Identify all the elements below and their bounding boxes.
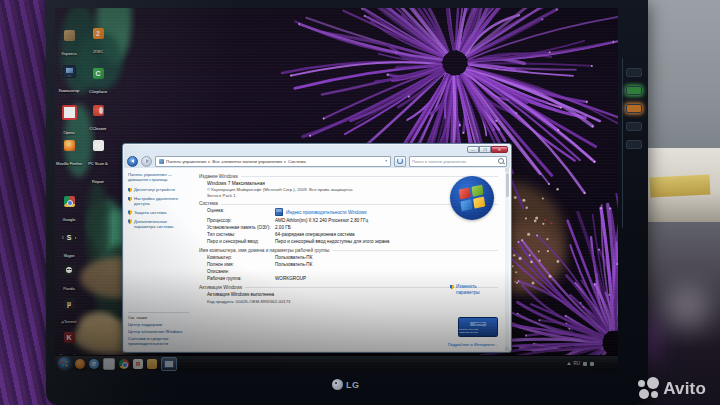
minimize-button[interactable]: — [467,146,479,153]
search-icon [498,158,504,164]
full-name-row: Полное имя:Пользователь-ПК [207,262,498,268]
osd-menu-button [626,68,642,77]
osd-button-green-led [626,86,642,95]
system-tray: RU [567,359,616,369]
os-type-row: Тип системы:64-разрядная операционная си… [207,232,498,238]
breadcrumb-item-system[interactable]: Система [288,159,306,164]
maximize-button[interactable]: ❐ [479,146,491,153]
control-panel-icon [159,159,164,164]
ram-row: Установленная память (ОЗУ):2,00 ГБ [207,225,498,231]
pen-touch-row: Перо и сенсорный ввод:Перо и сенсорный в… [207,239,498,245]
search-input[interactable]: Поиск в панели управления [409,156,507,167]
osd-power-button [626,140,642,149]
tray-icon[interactable] [590,362,594,366]
opera-icon: O [62,105,77,120]
taskbar-document-icon[interactable] [103,358,115,370]
utorrent-icon: µ [64,298,75,309]
uac-shield-icon [128,219,132,224]
start-button[interactable] [58,357,71,370]
kaspersky-icon: K [64,332,75,343]
language-indicator[interactable]: RU [574,361,581,366]
desktop-icon-utorrent[interactable]: µµTorrent [56,298,82,327]
taskbar-chrome-icon[interactable] [119,359,129,369]
osd-button-orange-led [626,104,642,113]
desktop-icon-ccleaner[interactable]: CCleaner [85,105,111,134]
taskbar-firefox-icon[interactable] [75,359,85,369]
close-button[interactable]: ✕ [491,146,508,153]
workgroup-row: Рабочая группа:WORKGROUP [207,276,498,282]
uac-shield-icon [128,188,132,193]
search-placeholder: Поиск в панели управления [412,159,466,164]
system-window-thumbnail-icon [164,360,174,368]
wei-link[interactable]: Индекс производительности Windows [286,210,367,216]
taskbar: e Я RU [55,355,618,371]
sidebar-item-advanced-settings[interactable]: Дополнительные параметры системы [128,219,189,229]
pc-scan-repair-icon: re [93,140,104,151]
breadcrumb-item-all-items[interactable]: Все элементы панели управления [212,159,282,164]
uac-shield-icon [128,197,132,202]
panda-icon [64,265,75,276]
lg-face-icon [332,379,343,390]
desktop-icon-2gis[interactable]: 22ГИС [85,28,111,57]
desktop-icon-opera[interactable]: OOpera [56,105,82,138]
firefox-icon [64,140,75,151]
desktop-icon-panda[interactable]: Panda [56,265,82,294]
see-also-windows-update[interactable]: Центр обновления Windows [128,329,189,334]
see-also-support-center[interactable]: Центр поддержки [128,322,189,327]
scrollbar-thumb[interactable] [506,173,509,197]
desktop-icon-sberbank[interactable]: ССбербанк [85,68,111,97]
desktop-icon-pcscan[interactable]: rePC Scan & Repair [85,140,111,187]
sidebar-item-system-protection[interactable]: Защита системы [128,210,189,216]
tray-icon[interactable] [583,362,587,366]
see-also-section: См. также Центр поддержки Центр обновлен… [128,312,189,348]
address-bar: Панель управления ▸ Все элементы панели … [123,154,511,168]
vertical-scrollbar[interactable] [505,168,509,351]
desktop-icon-recycle[interactable]: Корзина [56,30,82,59]
2gis-icon: 2 [93,28,104,39]
taskbar-clock[interactable] [597,359,613,369]
wei-badge-icon [275,208,283,216]
breadcrumb-item-control-panel[interactable]: Панель управления [166,159,206,164]
light-bokeh [665,285,710,330]
forward-button[interactable] [141,156,152,167]
windows-flag-icon [459,185,486,212]
see-also-performance-tools[interactable]: Счетчики и средства производительности [128,336,189,346]
breadcrumb-dropdown-icon[interactable]: ▾ [385,159,387,163]
monitor-osd-buttons [622,58,645,228]
uac-shield-icon [128,210,132,215]
ccleaner-icon [93,105,104,116]
desktop-icon-skype[interactable]: SSkype [56,232,82,261]
back-button[interactable] [127,156,138,167]
scroll-down-arrow[interactable] [505,347,509,351]
avito-logo-icon [638,377,660,401]
windows-flag-logo [450,176,494,220]
sidebar-item-remote-access[interactable]: Настройка удаленного доступа [128,196,189,206]
scroll-up-arrow[interactable] [505,168,509,172]
taskbar-explorer-icon[interactable] [147,359,157,369]
learn-more-online-link[interactable]: Подробнее в Интернете... [448,342,498,347]
window-titlebar[interactable]: — ❐ ✕ [123,144,511,154]
desktop-icon-firefox[interactable]: Mozilla Firefox [56,140,82,169]
taskbar-yandex-icon[interactable]: Я [133,359,143,369]
avito-watermark: Avito [638,377,706,401]
taskbar-active-window-button[interactable] [161,357,177,371]
window-sidebar: Панель управления — домашняя страница Ди… [124,168,192,351]
refresh-button[interactable] [394,156,406,167]
osd-button [626,122,642,131]
lg-logo: LG [332,379,360,390]
sidebar-item-home[interactable]: Панель управления — домашняя страница [128,172,189,182]
show-hidden-icons-button[interactable] [567,362,571,365]
change-settings-link[interactable]: Изменить параметры [450,284,498,295]
photo-of-monitor: Корзина Компьютер OOpera Mozilla Firefox… [0,0,720,405]
description-row: Описание: [207,269,498,275]
system-window: — ❐ ✕ Панель управления ▸ Все элементы п… [122,143,512,353]
breadcrumb-separator: ▸ [284,159,286,164]
skype-icon: S [64,232,75,243]
taskbar-internet-explorer-icon[interactable]: e [89,359,99,369]
sidebar-item-device-manager[interactable]: Диспетчер устройств [128,187,189,193]
desktop-icon-computer[interactable]: Компьютер [56,65,82,96]
sberbank-icon: С [93,68,104,79]
lg-monitor: Корзина Компьютер OOpera Mozilla Firefox… [46,0,648,405]
breadcrumb[interactable]: Панель управления ▸ Все элементы панели … [155,156,391,167]
product-id-row: Код продукта: 00426-OEM-8992662-00173 [207,299,498,304]
